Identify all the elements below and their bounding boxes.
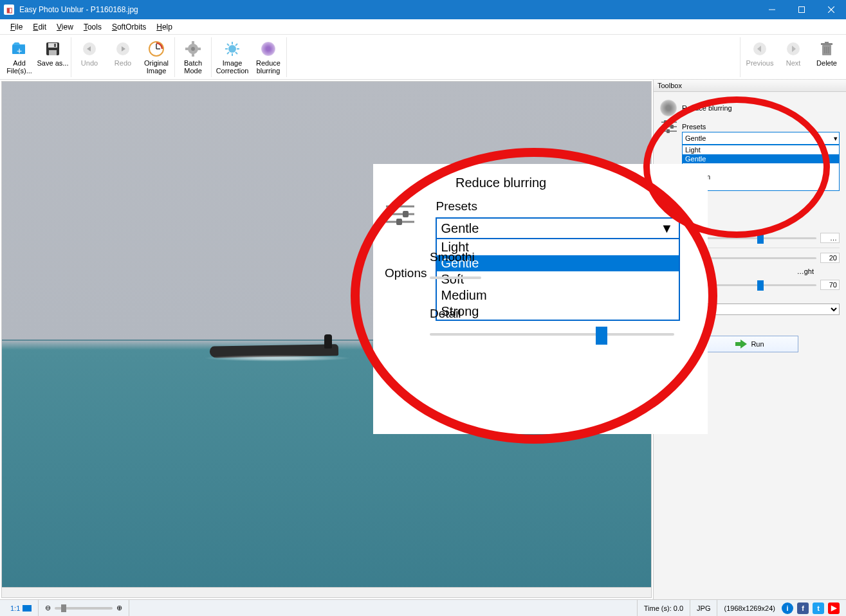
zoom-option-strong[interactable]: Strong bbox=[437, 303, 679, 320]
slider-2-value[interactable]: 20 bbox=[820, 253, 840, 263]
blur-section-icon bbox=[660, 100, 677, 116]
presets-selected-value: Gentle bbox=[685, 134, 706, 142]
status-time: Time (s): 0.0 bbox=[637, 600, 690, 616]
svg-rect-1 bbox=[799, 7, 805, 13]
add-files-label: Add File(s)... bbox=[3, 59, 36, 75]
info-icon[interactable]: i bbox=[782, 602, 793, 614]
svg-rect-17 bbox=[192, 41, 194, 44]
redo-button[interactable]: Redo bbox=[106, 37, 140, 77]
undo-button[interactable]: Undo bbox=[73, 37, 106, 77]
run-button[interactable]: Run bbox=[702, 336, 798, 352]
app-icon: ◧ bbox=[4, 5, 14, 15]
add-files-button[interactable]: + Add File(s)... bbox=[3, 37, 36, 77]
zoom-ratio[interactable]: 1:1 bbox=[4, 600, 38, 616]
menu-edit[interactable]: Edit bbox=[28, 21, 51, 33]
svg-line-28 bbox=[235, 44, 237, 46]
toolbox-header: Toolbox bbox=[654, 80, 846, 92]
svg-rect-47 bbox=[391, 203, 397, 210]
minimize-button[interactable] bbox=[757, 0, 787, 19]
zoom-presets-label: Presets bbox=[436, 199, 680, 213]
facebook-icon[interactable]: f bbox=[797, 602, 809, 614]
image-correction-button[interactable]: Image Correction bbox=[213, 37, 252, 77]
app-window: ◧ Easy Photo Unblur - P1160168.jpg File … bbox=[0, 0, 846, 616]
gear-icon bbox=[184, 40, 202, 58]
save-as-button[interactable]: Save as... bbox=[36, 37, 69, 77]
reduce-blurring-button[interactable]: Reduce blurring bbox=[252, 37, 285, 77]
zoom-options-label: Options bbox=[385, 266, 427, 280]
delete-button[interactable]: Delete bbox=[810, 37, 843, 68]
window-controls bbox=[757, 0, 846, 19]
run-label: Run bbox=[751, 340, 764, 348]
horizontal-scrollbar[interactable] bbox=[2, 587, 651, 597]
toolbox-section-title: Reduce blurring bbox=[682, 104, 732, 112]
preset-option-light[interactable]: Light bbox=[683, 145, 839, 154]
batch-mode-label: Batch Mode bbox=[176, 59, 210, 75]
menu-view[interactable]: View bbox=[51, 21, 78, 33]
preset-option-gentle[interactable]: Gentle bbox=[683, 154, 839, 163]
zoom-in-icon[interactable]: ⊕ bbox=[116, 604, 122, 612]
svg-rect-43 bbox=[667, 129, 670, 133]
previous-label: Previous bbox=[746, 59, 774, 67]
twitter-icon[interactable]: t bbox=[813, 602, 824, 614]
menubar: File Edit View Tools SoftOrbits Help bbox=[0, 19, 846, 35]
next-button[interactable]: Next bbox=[777, 37, 810, 68]
sparkle-icon bbox=[223, 40, 241, 58]
chevron-down-icon: ▼ bbox=[658, 221, 675, 236]
presets-select[interactable]: Gentle ▾ bbox=[682, 132, 840, 145]
trash-icon bbox=[818, 40, 836, 58]
zoom-smoothing-slider[interactable] bbox=[430, 268, 481, 287]
original-image-label: Original Image bbox=[140, 59, 173, 75]
svg-text:+: + bbox=[17, 46, 22, 56]
svg-rect-20 bbox=[198, 48, 201, 50]
zoom-option-medium[interactable]: Medium bbox=[437, 287, 679, 303]
svg-point-16 bbox=[191, 47, 195, 51]
delete-label: Delete bbox=[816, 59, 837, 67]
zoom-preset-selected: Gentle bbox=[441, 221, 479, 236]
menu-help[interactable]: Help bbox=[151, 21, 178, 33]
close-button[interactable] bbox=[816, 0, 846, 19]
batch-mode-button[interactable]: Batch Mode bbox=[176, 37, 210, 77]
zoom-control[interactable]: ⊖ ⊕ bbox=[38, 600, 129, 616]
maximize-button[interactable] bbox=[787, 0, 816, 19]
youtube-icon[interactable]: ▶ bbox=[828, 602, 840, 614]
menu-file[interactable]: File bbox=[5, 21, 28, 33]
status-spacer bbox=[129, 600, 636, 616]
svg-rect-42 bbox=[670, 125, 674, 129]
menu-tools[interactable]: Tools bbox=[78, 21, 107, 33]
zoom-detail-slider[interactable] bbox=[430, 325, 674, 344]
chevron-down-icon: ▾ bbox=[834, 134, 838, 143]
next-label: Next bbox=[786, 59, 801, 67]
svg-rect-9 bbox=[54, 44, 56, 47]
zoom-title: Reduce blurring bbox=[455, 176, 696, 190]
social-links: i f t ▶ bbox=[782, 602, 842, 614]
reduce-blurring-label: Reduce blurring bbox=[252, 59, 285, 75]
undo-label: Undo bbox=[81, 59, 98, 67]
status-format: JPG bbox=[690, 600, 717, 616]
svg-rect-48 bbox=[403, 211, 409, 217]
image-correction-label: Image Correction bbox=[213, 59, 252, 75]
zoom-presets-select[interactable]: Gentle ▼ bbox=[436, 217, 680, 239]
next-icon bbox=[784, 40, 802, 58]
detail-value: … bbox=[820, 233, 840, 243]
slider-3-value[interactable]: 70 bbox=[820, 280, 840, 290]
sliders-icon bbox=[660, 119, 678, 134]
add-files-icon: + bbox=[10, 40, 28, 58]
blur-icon bbox=[259, 40, 277, 58]
statusbar: 1:1 ⊖ ⊕ Time (s): 0.0 JPG (1968x1269x24)… bbox=[0, 599, 846, 616]
svg-line-27 bbox=[235, 52, 237, 54]
original-image-button[interactable]: Original Image bbox=[140, 37, 173, 77]
zoom-slider[interactable] bbox=[55, 607, 113, 610]
window-title: Easy Photo Unblur - P1160168.jpg bbox=[19, 5, 757, 14]
save-as-label: Save as... bbox=[37, 59, 69, 67]
original-image-icon bbox=[147, 40, 165, 58]
zoom-out-icon[interactable]: ⊖ bbox=[45, 604, 51, 612]
toolbar: + Add File(s)... Save as... Undo Redo Or… bbox=[0, 35, 846, 80]
previous-button[interactable]: Previous bbox=[743, 37, 777, 68]
save-icon bbox=[44, 40, 62, 58]
svg-rect-19 bbox=[185, 48, 189, 50]
redo-label: Redo bbox=[115, 59, 131, 67]
run-arrow-icon bbox=[735, 340, 747, 349]
redo-icon bbox=[114, 40, 132, 58]
menu-softorbits[interactable]: SoftOrbits bbox=[107, 21, 151, 33]
titlebar: ◧ Easy Photo Unblur - P1160168.jpg bbox=[0, 0, 846, 19]
